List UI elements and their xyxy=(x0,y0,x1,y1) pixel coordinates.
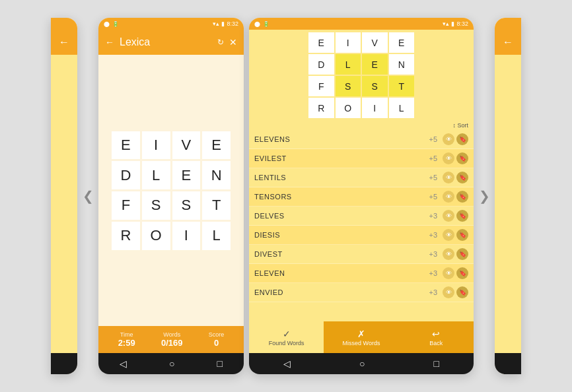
word-actions-8: 👁 🔖 xyxy=(443,286,468,298)
back-button[interactable]: ← xyxy=(105,37,114,48)
grid-cell-9[interactable]: S xyxy=(142,191,170,220)
phone-partial-left: ← xyxy=(51,18,77,374)
nav-back-button-2[interactable]: ◁ xyxy=(283,358,291,369)
refresh-button[interactable]: ↻ xyxy=(217,38,224,47)
word-text-7: ELEVEN xyxy=(254,269,429,277)
bookmark-button-8[interactable]: 🔖 xyxy=(456,286,468,298)
eye-button-6[interactable]: 👁 xyxy=(443,248,454,260)
tab-missed-words[interactable]: ✗ Missed Words xyxy=(324,321,398,353)
word-score-5: +3 xyxy=(429,231,437,239)
eye-button-5[interactable]: 👁 xyxy=(443,229,454,241)
word-row-0: ELEVENS +5 👁 🔖 xyxy=(249,130,474,149)
tab-label-1: Missed Words xyxy=(343,340,380,346)
right-nav-arrow[interactable]: ❯ xyxy=(476,0,492,392)
bottom-nav-1: ◁ ○ □ xyxy=(98,353,244,374)
word-score-7: +3 xyxy=(429,269,437,277)
word-actions-4: 👁 🔖 xyxy=(443,210,468,222)
word-row-5: DIESIS +3 👁 🔖 xyxy=(249,226,474,245)
tab-found-words[interactable]: ✓ Found Words xyxy=(249,321,324,353)
status-left-2: ⬤ 🔋 xyxy=(254,21,269,27)
nav-home-button-2[interactable]: ○ xyxy=(359,358,365,369)
word-score-8: +3 xyxy=(429,288,437,296)
mini-cell-6: E xyxy=(362,54,388,75)
word-text-1: EVILEST xyxy=(254,154,429,162)
battery-icon: 🔋 xyxy=(112,21,119,27)
score-label: Score xyxy=(209,331,225,338)
mini-cell-5: L xyxy=(336,54,361,75)
word-text-4: DELVES xyxy=(254,212,429,220)
right-arrow-icon: ❯ xyxy=(479,188,490,204)
phone-game: ⬤ 🔋 ▾▴ ▮ 8:32 ← Lexica ↻ ✕ EIVEDLENFSSTR… xyxy=(98,18,244,374)
word-actions-6: 👁 🔖 xyxy=(443,248,468,260)
eye-button-8[interactable]: 👁 xyxy=(443,286,454,298)
game-area: EIVEDLENFSSTROIL xyxy=(98,55,244,326)
tab-label-2: Back xyxy=(429,340,443,346)
tab-label-0: Found Words xyxy=(269,340,304,346)
bookmark-button-3[interactable]: 🔖 xyxy=(456,191,468,203)
bookmark-button-6[interactable]: 🔖 xyxy=(456,248,468,260)
phone-partial-right: ← xyxy=(495,18,521,374)
word-score-3: +5 xyxy=(429,193,437,201)
close-button[interactable]: ✕ xyxy=(229,37,237,48)
words-value: 0/169 xyxy=(161,338,183,348)
eye-button-7[interactable]: 👁 xyxy=(443,267,454,279)
grid-cell-12[interactable]: R xyxy=(112,222,140,250)
sort-bar: ↕ Sort xyxy=(249,121,474,130)
mini-cell-14: I xyxy=(362,98,388,118)
partial-bottom-nav-right xyxy=(495,353,521,374)
grid-cell-0[interactable]: E xyxy=(112,131,140,160)
word-actions-2: 👁 🔖 xyxy=(443,172,468,183)
mini-cell-3: E xyxy=(389,32,415,53)
word-row-4: DELVES +3 👁 🔖 xyxy=(249,207,474,226)
partial-top-bar: ← xyxy=(51,30,77,55)
bookmark-button-4[interactable]: 🔖 xyxy=(456,210,468,222)
eye-button-2[interactable]: 👁 xyxy=(443,172,454,183)
grid-cell-14[interactable]: I xyxy=(172,222,201,250)
grid-cell-5[interactable]: L xyxy=(142,161,170,189)
word-row-1: EVILEST +5 👁 🔖 xyxy=(249,149,474,168)
nav-recent-button-2[interactable]: □ xyxy=(434,358,439,369)
words-stat: Words 0/169 xyxy=(161,331,183,348)
word-text-6: DIVEST xyxy=(254,250,429,258)
bookmark-button-5[interactable]: 🔖 xyxy=(456,229,468,241)
nav-back-button[interactable]: ◁ xyxy=(120,358,127,369)
words-label: Words xyxy=(161,331,183,338)
eye-button-1[interactable]: 👁 xyxy=(443,152,454,164)
tab-back[interactable]: ↩ Back xyxy=(399,321,474,353)
grid-cell-6[interactable]: E xyxy=(172,161,201,189)
grid-cell-2[interactable]: V xyxy=(172,131,201,160)
grid-cell-3[interactable]: E xyxy=(202,131,231,160)
grid-cell-13[interactable]: O xyxy=(142,222,170,250)
eye-button-4[interactable]: 👁 xyxy=(443,210,454,222)
partial-back-icon-right[interactable]: ← xyxy=(503,36,513,48)
grid-cell-4[interactable]: D xyxy=(112,161,140,189)
mini-cell-8: F xyxy=(308,76,334,96)
bookmark-button-2[interactable]: 🔖 xyxy=(456,172,468,183)
grid-cell-1[interactable]: I xyxy=(142,131,170,160)
mini-cell-15: L xyxy=(389,98,415,118)
eye-button-0[interactable]: 👁 xyxy=(443,133,454,145)
time-label: Time xyxy=(118,331,135,338)
eye-button-3[interactable]: 👁 xyxy=(443,191,454,203)
word-row-8: ENVIED +3 👁 🔖 xyxy=(249,283,474,302)
grid-cell-15[interactable]: L xyxy=(202,222,231,250)
word-text-8: ENVIED xyxy=(254,288,429,296)
status-right-2: ▾▴ ▮ 8:32 xyxy=(443,20,468,27)
left-nav-arrow[interactable]: ❮ xyxy=(80,0,96,392)
mini-cell-9: S xyxy=(336,76,361,96)
bookmark-button-7[interactable]: 🔖 xyxy=(456,267,468,279)
bookmark-button-0[interactable]: 🔖 xyxy=(456,133,468,145)
mini-cell-12: R xyxy=(308,98,334,118)
grid-cell-10[interactable]: S xyxy=(172,191,201,220)
sort-button[interactable]: ↕ Sort xyxy=(452,122,468,129)
grid-cell-8[interactable]: F xyxy=(112,191,140,220)
circle-icon: ⬤ xyxy=(104,21,110,27)
grid-cell-7[interactable]: N xyxy=(202,161,231,189)
mini-cell-7: N xyxy=(389,54,415,75)
grid-cell-11[interactable]: T xyxy=(202,191,231,220)
nav-home-button[interactable]: ○ xyxy=(169,358,174,369)
partial-back-icon[interactable]: ← xyxy=(59,36,69,48)
bookmark-button-1[interactable]: 🔖 xyxy=(456,152,468,164)
nav-recent-button[interactable]: □ xyxy=(217,358,223,369)
time-value: 2:59 xyxy=(118,338,135,348)
